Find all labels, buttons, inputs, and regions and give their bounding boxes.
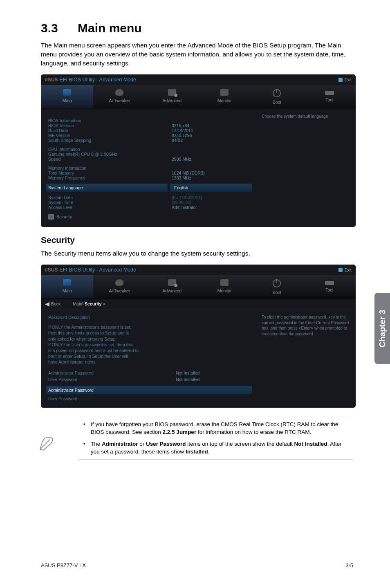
section-heading: 3.3Main menu [41, 21, 353, 35]
bios-tab-row: Main Ai Tweaker Advanced Monitor Boot To… [41, 85, 356, 108]
admin-password-value: Not Installed [176, 370, 249, 375]
tab-advanced-label: Advanced [162, 98, 182, 103]
bios-titlebar: /ISUS EFI BIOS Utility - Advanced Mode E… [41, 74, 356, 85]
tab-monitor-label: Monitor [217, 98, 232, 103]
security-submenu[interactable]: > Security [48, 214, 249, 220]
help-text: Choose the system default language [262, 114, 351, 119]
password-description-heading: Password Description [48, 314, 249, 320]
bios-title: EFI BIOS Utility - Advanced Mode [59, 77, 136, 83]
cpu-info-heading: CPU Information [48, 147, 249, 152]
bios-tab-row-2: Main Ai Tweaker Advanced Monitor Boot To… [41, 275, 356, 298]
total-memory-value: 1024 MB (DDR3) [172, 171, 249, 175]
administrator-password-field[interactable]: Administrator Password [46, 386, 252, 394]
tab-tool[interactable]: Tool [303, 85, 356, 108]
help-panel-2: To clear the administrator password, key… [257, 310, 356, 408]
chevron-right-icon: > [48, 214, 54, 220]
exit-label: Exit [344, 77, 352, 82]
note2-b1: Administrator [102, 441, 138, 447]
mem-info-heading: Memory Information [48, 166, 249, 171]
exit-icon-2 [338, 268, 343, 272]
bios-title-2: EFI BIOS Utility - Advanced Mode [59, 267, 136, 273]
note2-m2: items on top of the screen show the defa… [186, 441, 294, 447]
monitor-icon [220, 89, 229, 96]
footer-right: 3-5 [345, 562, 353, 568]
tab-boot-label: Boot [273, 100, 282, 105]
boot-icon [273, 89, 281, 97]
system-date-value[interactable]: [Fri 11/08/2011] [172, 195, 249, 200]
crumb-gt: > [103, 301, 105, 306]
user-password-value: Not Installed [176, 377, 249, 382]
tweaker-icon-2 [115, 279, 123, 286]
security-submenu-label: Security [56, 214, 72, 219]
tab-tweaker-label: Ai Tweaker [109, 98, 130, 103]
tab-boot-2[interactable]: Boot [251, 275, 303, 298]
security-heading: Security [41, 235, 353, 245]
security-intro: The Security menu items allow you to cha… [41, 249, 353, 258]
sb-stepping-label: South Bridge Stepping [48, 138, 172, 143]
admin-password-label: Administrator Password [48, 370, 176, 375]
tab-monitor-2[interactable]: Monitor [198, 275, 251, 298]
note2-b3: Not Installed [294, 441, 327, 447]
pw-desc-5: is a power on password and must be enter… [48, 348, 249, 353]
footer-left: ASUS P8Z77-V LX [41, 562, 86, 568]
exit-icon [338, 78, 343, 82]
note2-post: . [208, 449, 210, 455]
section-title: Main menu [78, 21, 142, 35]
tool-icon [325, 91, 334, 95]
system-language-label[interactable]: System Language [46, 184, 168, 192]
boot-icon-2 [273, 279, 281, 287]
tab-main[interactable]: Main [41, 85, 93, 108]
exit-label-2: Exit [344, 267, 352, 272]
note2-pre: The [91, 441, 102, 447]
system-time-value[interactable]: [16:46:15] [172, 200, 249, 205]
back-label[interactable]: Back [51, 301, 61, 306]
bios-info-heading: BIOS Information [48, 118, 249, 123]
note1-post: for information on how to erase the RTC … [196, 429, 311, 435]
intro-paragraph: The Main menu screen appears when you en… [41, 41, 353, 68]
user-password-field[interactable]: User Password [48, 396, 249, 402]
note2-b4: Installed [186, 449, 208, 455]
total-memory-label: Total Memory [48, 171, 172, 175]
tab-boot[interactable]: Boot [251, 85, 303, 108]
user-password-label: User Password [48, 377, 176, 382]
back-arrow-icon[interactable]: ◀ [45, 301, 49, 307]
note2-m1: or [138, 441, 146, 447]
bios-main-screenshot: /ISUS EFI BIOS Utility - Advanced Mode E… [41, 74, 356, 227]
section-number: 3.3 [41, 21, 78, 35]
crumb-security: Security [85, 301, 101, 306]
tab-advanced[interactable]: Advanced [146, 85, 198, 108]
advanced-icon [168, 89, 176, 96]
pw-desc-7: have Administrator rights [48, 359, 249, 365]
build-date-label: Build Date [48, 128, 172, 133]
tab-tweaker-label-2: Ai Tweaker [109, 288, 130, 293]
tab-ai-tweaker[interactable]: Ai Tweaker [93, 85, 146, 108]
system-date-label: System Date [48, 195, 172, 200]
tab-main-label: Main [63, 98, 72, 103]
tab-monitor[interactable]: Monitor [198, 85, 251, 108]
monitor-icon-2 [220, 279, 229, 286]
exit-button-2[interactable]: Exit [338, 267, 352, 272]
help-panel: Choose the system default language [257, 108, 356, 227]
tab-monitor-label-2: Monitor [217, 288, 232, 293]
tab-tool-2[interactable]: Tool [303, 275, 356, 298]
me-version-label: ME Version [48, 133, 172, 138]
main-icon [63, 89, 71, 96]
tab-advanced-2[interactable]: Advanced [146, 275, 198, 298]
bios-titlebar-2: /ISUS EFI BIOS Utility - Advanced Mode E… [41, 265, 356, 275]
exit-button[interactable]: Exit [338, 77, 352, 82]
me-version-value: 8.0.0.1296 [172, 133, 249, 138]
crumb-main[interactable]: Main\ [73, 301, 83, 306]
memory-freq-label: Memory Frequency [48, 175, 172, 180]
tab-tool-label: Tool [325, 97, 333, 102]
pw-desc-1: If ONLY the Administrator's password is … [48, 324, 249, 330]
tab-main-2[interactable]: Main [41, 275, 93, 298]
note-box: If you have forgotten your BIOS password… [78, 416, 353, 460]
access-level-value: Administrator [172, 205, 249, 210]
memory-freq-value: 1333 MHz [172, 175, 249, 180]
access-level-label: Access Level [48, 205, 172, 210]
tool-icon-2 [325, 281, 334, 285]
tab-ai-tweaker-2[interactable]: Ai Tweaker [93, 275, 146, 298]
bios-security-screenshot: /ISUS EFI BIOS Utility - Advanced Mode E… [41, 265, 356, 408]
tab-tool-label-2: Tool [325, 287, 333, 292]
system-language-value[interactable]: English [170, 184, 252, 192]
